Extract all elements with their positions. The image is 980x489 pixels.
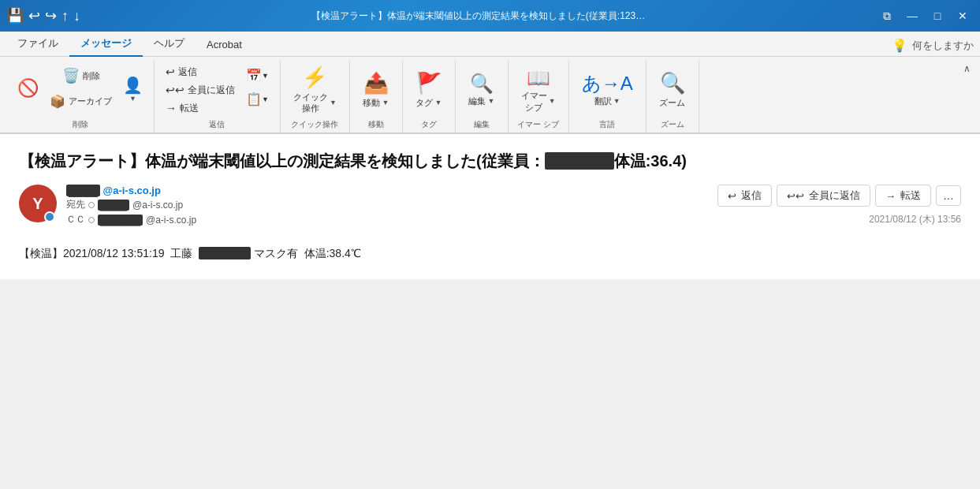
move-dropdown-icon: ▼ (382, 99, 389, 108)
tab-acrobat[interactable]: Acrobat (196, 34, 253, 57)
redo-icon[interactable]: ↪ (45, 7, 57, 24)
delete-label: 削除 (83, 71, 100, 81)
image-dropdown-icon: ▼ (549, 97, 556, 106)
cc-label: ＣＣ (66, 213, 85, 226)
tag-button[interactable]: 🚩 タグ ▼ (409, 65, 449, 114)
tab-help[interactable]: ヘルプ (143, 32, 196, 57)
zoom-buttons: 🔍 ズーム (653, 60, 692, 117)
maximize-button[interactable]: □ (926, 6, 948, 25)
sender-email: @a-i-s.co.jp (102, 185, 160, 196)
zoom-button[interactable]: 🔍 ズーム (653, 65, 692, 114)
move-icon: 📤 (363, 70, 389, 97)
reply-group-label: 返信 (161, 117, 274, 133)
ignore-icon: 🚫 (17, 80, 39, 97)
cc-circle-icon (88, 217, 95, 223)
edit-button[interactable]: 🔍 編集 ▼ (462, 65, 501, 114)
window-controls: ⧉ — □ ✕ (876, 6, 974, 25)
forward-action-button[interactable]: → 転送 (875, 185, 931, 207)
person-button[interactable]: 👤 ▼ (118, 66, 147, 112)
email-header: Y ████ @a-i-s.co.jp 宛先 ████ @a-i-s.co.jp… (19, 185, 961, 228)
image-button[interactable]: 📖 イマー シブ ▼ (515, 65, 562, 114)
reply-all-action-label: 全員に返信 (809, 189, 860, 203)
translate-buttons: あ→A 翻訳 ▼ (576, 60, 639, 117)
language-group-label: イマー シブ (515, 117, 562, 133)
email-date: 2021/08/12 (木) 13:56 (869, 213, 961, 226)
reply-all-button[interactable]: ↩↩ 全員に返信 (161, 81, 240, 99)
translate-button[interactable]: あ→A 翻訳 ▼ (576, 65, 639, 114)
to-circle-icon (88, 202, 95, 208)
reply-action-button[interactable]: ↩ 返信 (717, 185, 772, 207)
email-body: 【検温】2021/08/12 13:51:19 工藤 マスク有 体温:38.4℃ (19, 244, 961, 263)
ribbon-group-reply: ↩ 返信 ↩↩ 全員に返信 → 転送 📅 ▼ 📋 (155, 60, 281, 133)
reply-action-label: 返信 (741, 189, 762, 203)
quick-ops-button[interactable]: ⚡ クイック 操作 ▼ (287, 65, 343, 114)
tag-dropdown-icon: ▼ (434, 99, 442, 108)
forward-action-icon: → (885, 190, 896, 202)
quick-ops-dropdown-icon: ▼ (330, 99, 337, 108)
search-placeholder-text: 何をしますか (912, 39, 974, 53)
tag-group-label: タグ (409, 117, 449, 133)
ribbon-group-image: 📖 イマー シブ ▼ イマー シブ (509, 60, 569, 133)
archive-label: アーカイブ (69, 96, 112, 106)
email-to-line: 宛先 ████ @a-i-s.co.jp (66, 198, 708, 211)
forward-button[interactable]: → 転送 (161, 99, 240, 117)
cc-name-redacted: ██████ (98, 215, 143, 226)
meeting-icon: 📅 (246, 68, 262, 83)
more-actions-button[interactable]: … (936, 185, 961, 206)
reply-action-icon: ↩ (728, 190, 736, 202)
save-icon[interactable]: 💾 (6, 7, 24, 24)
ribbon-group-translate: あ→A 翻訳 ▼ 言語 (569, 60, 647, 133)
up-icon[interactable]: ↑ (61, 8, 69, 24)
search-lightbulb-icon: 💡 (892, 38, 907, 53)
zoom-label: ズーム (659, 97, 685, 108)
edit-label: 編集 (468, 95, 486, 106)
archive-button[interactable]: 📦 アーカイブ (45, 90, 117, 114)
tab-file[interactable]: ファイル (6, 32, 69, 57)
move-group-label: 移動 (356, 117, 396, 133)
cc-email: @a-i-s.co.jp (146, 215, 196, 226)
reply-extra-button[interactable]: 📋 ▼ (241, 88, 274, 110)
move-button[interactable]: 📤 移動 ▼ (356, 65, 396, 114)
translate-label: 翻訳 (594, 95, 612, 106)
email-action-buttons: ↩ 返信 ↩↩ 全員に返信 → 転送 … (717, 185, 961, 207)
zoom-group-label: ズーム (653, 117, 692, 133)
forward-label: 転送 (180, 102, 199, 115)
ribbon-group-delete: 🚫 🗑️ 削除 📦 アーカイブ 👤 ▼ 削除 (6, 60, 155, 133)
edit-buttons: 🔍 編集 ▼ (462, 60, 501, 117)
move-buttons: 📤 移動 ▼ (356, 60, 396, 117)
reply-all-action-icon: ↩↩ (787, 190, 804, 202)
meeting-button[interactable]: 📅 ▼ (241, 65, 274, 87)
ignore-button[interactable]: 🚫 (13, 66, 43, 112)
undo-icon[interactable]: ↩ (28, 7, 40, 24)
reply-button[interactable]: ↩ 返信 (161, 63, 240, 80)
avatar-wrapper: Y (19, 185, 57, 222)
minimize-button[interactable]: — (901, 6, 923, 25)
edit-icon: 🔍 (470, 71, 494, 95)
image-label: イマー シブ (521, 90, 547, 113)
reply-all-action-button[interactable]: ↩↩ 全員に返信 (777, 185, 870, 207)
ribbon-search[interactable]: 💡 何をしますか (892, 38, 974, 56)
tag-label: タグ (415, 97, 433, 108)
restore-button[interactable]: ⧉ (876, 6, 898, 25)
close-button[interactable]: ✕ (952, 6, 974, 25)
to-email: @a-i-s.co.jp (132, 200, 183, 211)
reply-all-label: 全員に返信 (188, 84, 235, 97)
translate-icon: あ→A (582, 71, 633, 95)
title-bar-quick-access: 💾 ↩ ↪ ↑ ↓ (6, 7, 80, 24)
email-actions-date: ↩ 返信 ↩↩ 全員に返信 → 転送 … 2021/08/12 (木) 13:5… (717, 185, 961, 226)
translate-dropdown-icon: ▼ (613, 97, 620, 106)
ribbon-group-quick-ops: ⚡ クイック 操作 ▼ クイック操作 (281, 60, 350, 133)
move-label: 移動 (363, 97, 380, 108)
zoom-icon: 🔍 (660, 70, 685, 97)
delete-button[interactable]: 🗑️ 削除 (45, 65, 117, 88)
reply-label: 返信 (178, 65, 197, 79)
delete-group-buttons: 🚫 🗑️ 削除 📦 アーカイブ 👤 ▼ (13, 60, 147, 117)
down-icon[interactable]: ↓ (73, 8, 80, 24)
avatar-status-dot (44, 211, 55, 222)
reply-extra-icon: 📋 (246, 91, 262, 106)
edit-dropdown-icon: ▼ (487, 97, 494, 106)
ribbon-collapse-button[interactable]: ∧ (960, 60, 974, 133)
tab-message[interactable]: メッセージ (69, 32, 143, 57)
chevron-up-icon: ∧ (963, 63, 971, 74)
translate-group-label: 言語 (576, 117, 639, 133)
